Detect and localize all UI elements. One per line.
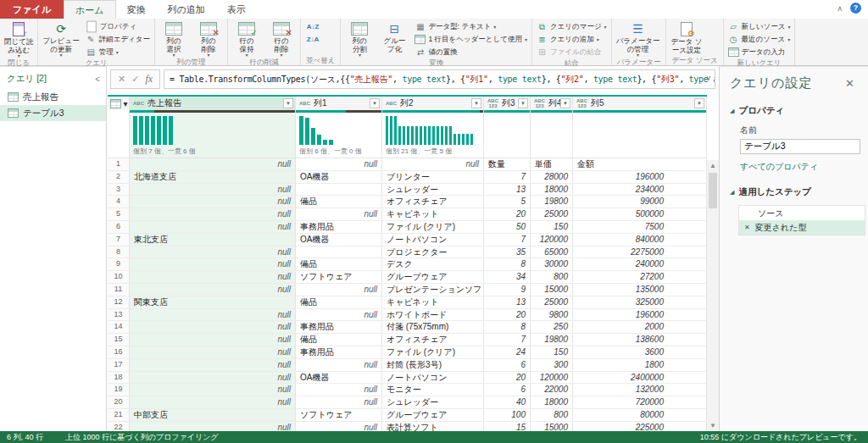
cell[interactable]: ソフトウェア — [296, 271, 382, 283]
cell[interactable]: 2400000 — [573, 372, 707, 384]
cell[interactable]: null — [130, 384, 296, 396]
button-replace-values[interactable]: ⇄値の置換 — [412, 46, 530, 58]
cell[interactable]: 数量 — [484, 158, 531, 170]
cell[interactable]: 備品 — [296, 258, 382, 270]
cell[interactable]: 120000 — [531, 234, 573, 246]
button-remove-columns[interactable]: ✕列の 削除▾ — [192, 20, 225, 58]
button-advanced-editor[interactable]: ✎詳細エディター — [83, 33, 153, 46]
cell[interactable]: 15 — [484, 422, 531, 431]
cell[interactable]: 18000 — [531, 184, 573, 196]
cell[interactable] — [296, 184, 382, 196]
cell[interactable]: 80000 — [573, 409, 707, 421]
cell[interactable]: 120000 — [531, 372, 573, 384]
cell[interactable]: シュレッダー — [382, 396, 484, 408]
filter-dropdown-icon[interactable]: ▼ — [694, 98, 704, 108]
filter-dropdown-icon[interactable]: ▼ — [518, 98, 528, 108]
ribbon-tab-列の追加[interactable]: 列の追加 — [157, 0, 216, 19]
formula-accept-icon[interactable]: ✓ — [131, 74, 139, 85]
cell[interactable]: null — [296, 158, 382, 170]
cell[interactable]: 100 — [484, 409, 531, 421]
button-data-type[interactable]: ▦データ型: テキスト▾ — [412, 20, 530, 33]
cell[interactable]: null — [296, 208, 382, 220]
column-header-列1[interactable]: ABC列1▼ — [296, 97, 382, 110]
cell[interactable]: オフィスチェア — [382, 196, 484, 208]
cell[interactable]: null — [296, 396, 382, 408]
cell[interactable] — [296, 246, 382, 258]
formula-cancel-icon[interactable]: ✕ — [118, 74, 125, 85]
cell[interactable]: 132000 — [573, 384, 707, 396]
cell[interactable]: プロジェクター — [382, 246, 484, 258]
step-ソース[interactable]: ソース — [739, 206, 865, 220]
column-header-列3[interactable]: ABC 123列3▼ — [484, 97, 531, 110]
ribbon-tab-ファイル[interactable]: ファイル — [0, 0, 64, 19]
button-manage-parameters[interactable]: ☰パラメーター の管理▾ — [614, 20, 663, 58]
cell[interactable]: 19800 — [531, 196, 573, 208]
cell[interactable]: 6 — [484, 384, 531, 396]
cell[interactable]: null — [130, 422, 296, 431]
cell[interactable]: キャビネット — [382, 208, 484, 220]
cell[interactable]: 800 — [531, 271, 573, 283]
formula-input[interactable]: = Table.TransformColumnTypes(ソース,{{"売上報告… — [164, 69, 715, 89]
cell[interactable]: 196000 — [573, 171, 707, 183]
column-header-列2[interactable]: ABC列2▼ — [382, 97, 484, 110]
cell[interactable]: 135000 — [573, 284, 707, 296]
cell[interactable]: 9 — [484, 284, 531, 296]
cell[interactable]: 99000 — [573, 196, 707, 208]
cell[interactable]: モニター — [382, 384, 484, 396]
cell[interactable]: 34 — [484, 271, 531, 283]
cell[interactable]: 150 — [531, 221, 573, 233]
cell[interactable]: 表計算ソフト — [382, 422, 484, 431]
filter-dropdown-icon[interactable]: ▼ — [370, 98, 380, 108]
cell[interactable]: 1800 — [573, 359, 707, 371]
cell[interactable]: ノートパソコン — [382, 372, 484, 384]
cell[interactable]: 325000 — [573, 296, 707, 308]
cell[interactable]: 付箋 (75x75mm) — [382, 321, 484, 333]
cell[interactable]: 240000 — [573, 258, 707, 270]
cell[interactable]: 25000 — [531, 296, 573, 308]
button-manage[interactable]: ▤管理▾ — [83, 46, 153, 58]
cell[interactable]: キャビネット — [382, 296, 484, 308]
cell[interactable]: 196000 — [573, 309, 707, 321]
button-sort-ascending[interactable]: A↓Z — [303, 20, 323, 33]
applied-steps-section-header[interactable]: ◢ 適用したステップ — [730, 186, 858, 198]
cell[interactable]: null — [130, 271, 296, 283]
cell[interactable]: プレゼンテーションソフト — [382, 284, 484, 296]
cell[interactable]: null — [130, 158, 296, 170]
cell[interactable]: 15000 — [531, 284, 573, 296]
cell[interactable]: 中部支店 — [130, 409, 296, 421]
button-group-by[interactable]: ⊟グルー プ化 — [377, 20, 411, 58]
status-profiling-link[interactable]: 上位 1000 行に基づく列のプロファイリング — [65, 432, 219, 443]
cell[interactable]: シュレッダー — [382, 184, 484, 196]
cell[interactable]: null — [130, 372, 296, 384]
button-data-source-settings[interactable]: ⚙データ ソ ース設定 — [668, 20, 704, 56]
cell[interactable]: 35 — [484, 246, 531, 258]
cell[interactable]: null — [130, 246, 296, 258]
button-append-queries[interactable]: ≣クエリの追加▾ — [534, 33, 609, 46]
cell[interactable]: 備品 — [296, 334, 382, 346]
cell[interactable]: 840000 — [573, 234, 707, 246]
filter-dropdown-icon[interactable]: ▼ — [560, 98, 570, 108]
cell[interactable]: 225000 — [573, 422, 707, 431]
cell[interactable]: 28000 — [531, 171, 573, 183]
cell[interactable]: 事務用品 — [296, 346, 382, 358]
cell[interactable]: グループウェア — [382, 409, 484, 421]
cell[interactable]: null — [130, 359, 296, 371]
scroll-up-icon[interactable]: ▲ — [707, 160, 719, 171]
cell[interactable]: 7 — [484, 234, 531, 246]
cell[interactable]: 2000 — [573, 321, 707, 333]
cell[interactable]: OA機器 — [296, 171, 382, 183]
grid-select-all-corner[interactable]: ▾ — [108, 97, 130, 110]
vertical-scrollbar[interactable]: ▲ ▼ — [707, 160, 719, 431]
cell[interactable]: 25000 — [531, 208, 573, 220]
cell[interactable]: null — [130, 309, 296, 321]
button-new-source[interactable]: ▱新しいソース▾ — [726, 20, 793, 33]
cell[interactable]: 13 — [484, 296, 531, 308]
cell[interactable]: 24 — [484, 346, 531, 358]
cell[interactable]: 234000 — [573, 184, 707, 196]
cell[interactable]: null — [130, 258, 296, 270]
cell[interactable]: 9800 — [531, 309, 573, 321]
cell[interactable]: 備品 — [296, 296, 382, 308]
all-properties-link[interactable]: すべてのプロパティ — [740, 161, 858, 173]
scroll-down-icon[interactable]: ▼ — [707, 420, 719, 431]
query-item-テーブル3[interactable]: テーブル3 — [0, 105, 106, 121]
